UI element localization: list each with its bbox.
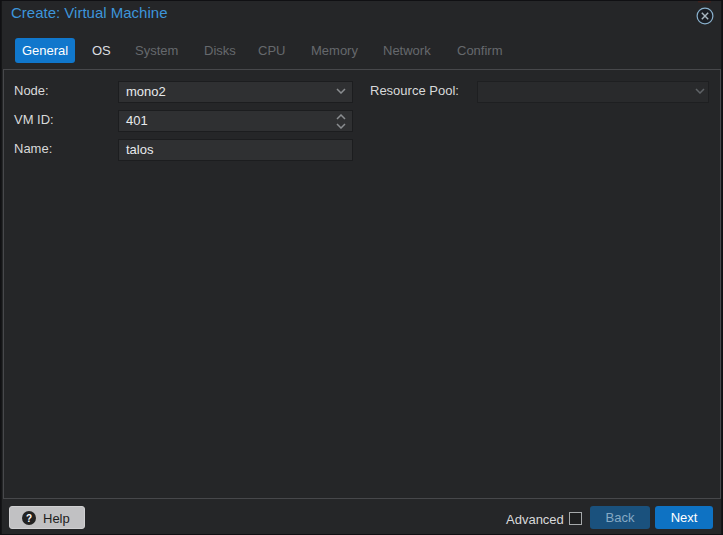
svg-text:?: ? xyxy=(26,513,32,524)
